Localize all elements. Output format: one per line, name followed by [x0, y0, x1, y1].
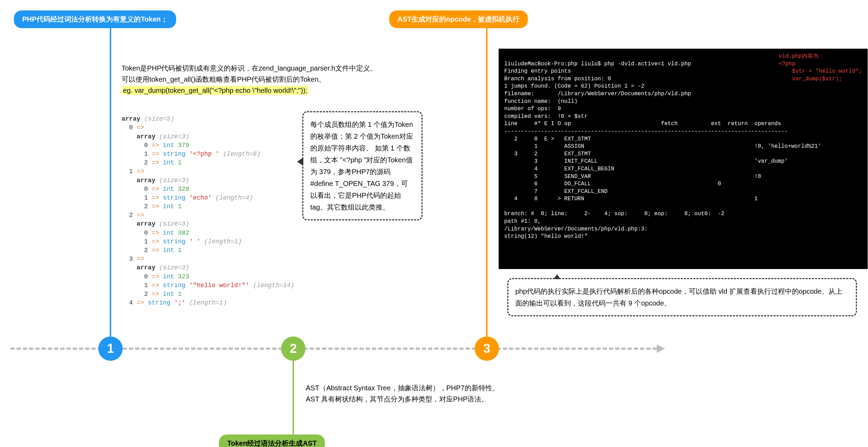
- terminal-rows: ----------------------------------------…: [504, 128, 821, 202]
- terminal-header: liuludeMacBook-Pro:php liulu$ php -dvld.…: [504, 61, 691, 120]
- step1-text-l2: 可以使用token_get_all()函数粗略查看PHP代码被切割后的Token…: [122, 74, 393, 85]
- step3-callout: php代码的执行实际上是执行代码解析后的各种opcode，可以借助 vld 扩展…: [507, 278, 857, 316]
- step3-circle: 3: [475, 336, 499, 361]
- step1-text-l1: Token是PHP代码被切割成有意义的标识，在zend_language_par…: [122, 63, 393, 74]
- step2-text-l2: AST 具有树状结构，其节点分为多种类型，对应PHP语法。: [306, 393, 549, 405]
- step1-code: array (size=5) 0 => array (size=3) 0 => …: [122, 106, 294, 307]
- terminal-red-note: vld.php内容为： <?php $str = "hello world"; …: [779, 53, 862, 83]
- step3-connector: [486, 28, 488, 337]
- step1-text-l3-highlighted: eg. var_dump(token_get_all("<?php echo \…: [122, 86, 309, 95]
- timeline-arrowhead: [657, 344, 665, 353]
- step2-text-l1: AST（Abstract Syntax Tree，抽象语法树），PHP7的新特性…: [306, 382, 549, 393]
- step1-connector: [110, 28, 111, 337]
- step1-text: Token是PHP代码被切割成有意义的标识，在zend_language_par…: [122, 63, 393, 96]
- step2-circle: 2: [281, 336, 305, 361]
- step3-terminal: liuludeMacBook-Pro:php liulu$ php -dvld.…: [499, 49, 868, 269]
- step2-text: AST（Abstract Syntax Tree，抽象语法树），PHP7的新特性…: [306, 382, 549, 405]
- step2-connector: [293, 358, 294, 434]
- terminal-footer: branch: # 0; line: 2- 4; sop: 0; eop: 8;…: [504, 211, 724, 239]
- step1-callout: 每个成员数组的第 1 个值为Token的枚举值；第 2 个值为Token对应的原…: [302, 111, 423, 220]
- step1-bubble: PHP代码经过词法分析转换为有意义的Token；: [14, 10, 176, 28]
- step1-circle: 1: [98, 336, 123, 361]
- terminal-cols: line #* E I O op fetch ext return operan…: [504, 121, 781, 127]
- step3-bubble: AST生成对应的opcode，被虚拟机执行: [389, 10, 528, 28]
- step2-bubble: Token经过语法分析生成AST: [219, 434, 325, 447]
